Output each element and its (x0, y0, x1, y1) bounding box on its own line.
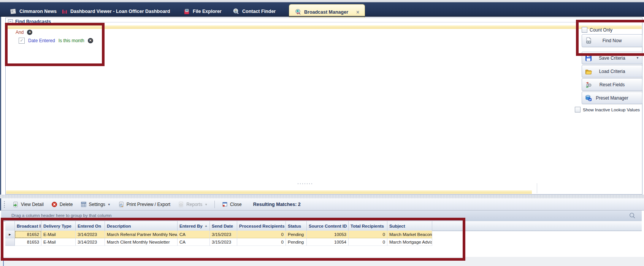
tab-contact-finder[interactable]: Contact Finder (233, 6, 276, 17)
table-cell[interactable]: 0 (349, 231, 387, 238)
table-cell[interactable]: CA (178, 231, 210, 238)
table-cell[interactable]: March Client Monthly Newsletter (105, 238, 178, 246)
toolbar-separator (214, 201, 215, 208)
view-detail-icon (13, 201, 19, 207)
search-icon[interactable] (628, 212, 636, 220)
panel-top-band (6, 25, 642, 29)
column-header-entered-by[interactable]: Entered By▲ (178, 221, 210, 231)
dashboard-chart-icon (61, 8, 68, 15)
column-header-subject[interactable]: Subject (387, 221, 432, 231)
table-cell[interactable]: March Mortgage Advisor (387, 238, 432, 246)
column-header-broadcast-id[interactable]: Broadcast ID (15, 221, 41, 231)
table-cell[interactable]: 3/14/2023 (76, 231, 105, 238)
tab-cimmaron-news[interactable]: Cimmaron News (10, 6, 57, 17)
table-cell[interactable]: E-Mail (41, 238, 76, 246)
table-cell[interactable]: 3/15/2023 (210, 231, 237, 238)
filter-criteria-row: ✓ Date Entered Is this month × (19, 38, 93, 44)
table-cell[interactable]: 3/15/2023 (210, 238, 237, 246)
table-cell[interactable]: CA (178, 238, 210, 246)
group-by-bar[interactable]: Drag a column header here to group by th… (1, 211, 642, 222)
column-header-description[interactable]: Description (105, 221, 178, 231)
count-only-label: Count Only (590, 27, 612, 33)
table-cell[interactable]: 81653 (15, 238, 41, 246)
table-cell[interactable]: 10053 (307, 231, 349, 238)
column-header-entered-on[interactable]: Entered On (76, 221, 105, 231)
column-header-label: Delivery Type (43, 224, 71, 228)
count-only-checkbox[interactable] (582, 27, 587, 33)
toolbar-grip[interactable] (3, 201, 6, 208)
preset-manager-button[interactable]: Preset Manager (582, 92, 642, 104)
add-condition-icon[interactable]: + (27, 30, 32, 35)
save-criteria-dropdown-icon[interactable]: ▼ (636, 56, 639, 60)
groupbox-header: − Find Broadcasts (8, 19, 638, 25)
operator-label[interactable]: And (16, 30, 24, 35)
column-header-delivery-type[interactable]: Delivery Type (41, 221, 76, 231)
tab-broadcast-manager[interactable]: Broadcast Manager × (289, 4, 365, 19)
toolbar-label: Settings (89, 202, 105, 207)
column-header-label: Entered On (78, 224, 101, 228)
grid-header-gutter (5, 221, 15, 231)
bottom-strip (0, 257, 644, 266)
table-cell[interactable]: 10054 (307, 238, 349, 246)
tab-file-explorer[interactable]: File Explorer (183, 6, 222, 17)
table-cell[interactable]: Pending (286, 238, 307, 246)
tab-dashboard-viewer[interactable]: Dashboard Viewer - Loan Officer Dashboar… (61, 6, 170, 17)
show-inactive-row: Show Inactive Lookup Values (575, 107, 640, 112)
grid-header-row: Broadcast IDDelivery TypeEntered OnDescr… (5, 221, 642, 231)
settings-button[interactable]: Settings ▼ (77, 200, 114, 209)
broadcast-search-icon (295, 9, 301, 16)
table-cell[interactable]: March Market Beacon (387, 231, 432, 238)
table-row[interactable]: ►81652E-Mail3/14/2023March Referral Part… (5, 231, 432, 238)
column-header-processed-recipients[interactable]: Processed Recipients (237, 221, 286, 231)
find-now-button[interactable]: Find Now (582, 34, 642, 47)
column-header-total-recipients[interactable]: Total Recipients (349, 221, 387, 231)
reset-fields-button[interactable]: Reset Fields (582, 78, 642, 91)
close-window-icon (222, 201, 228, 207)
save-criteria-button[interactable]: Save Criteria ▼ (582, 52, 642, 64)
column-header-status[interactable]: Status (286, 221, 307, 231)
save-icon (585, 54, 592, 62)
table-cell[interactable]: 0 (349, 238, 387, 246)
bottom-left-border (3, 258, 4, 266)
close-button[interactable]: Close (218, 200, 246, 209)
reports-button[interactable]: Reports ▼ (174, 200, 211, 209)
table-cell[interactable]: 0 (237, 238, 286, 246)
show-inactive-checkbox[interactable] (575, 107, 581, 112)
toolbar-label: View Detail (21, 202, 44, 207)
table-cell[interactable]: March Referral Partner Monthly Newslette… (105, 231, 178, 238)
criteria-condition[interactable]: Is this month (59, 38, 84, 43)
tab-label: Contact Finder (242, 9, 276, 14)
table-cell[interactable]: 81652 (15, 231, 41, 238)
column-header-label: Total Recipients (351, 224, 384, 228)
column-header-label: Send Date (212, 224, 233, 228)
table-cell[interactable]: Pending (286, 231, 307, 238)
tab-label: File Explorer (193, 9, 222, 14)
panel-title: Find Broadcasts (15, 19, 51, 24)
criteria-checkbox[interactable]: ✓ (19, 38, 25, 44)
table-row[interactable]: 81653E-Mail3/14/2023March Client Monthly… (5, 238, 432, 246)
sort-ascending-icon: ▲ (205, 224, 208, 228)
table-cell[interactable]: E-Mail (41, 231, 76, 238)
load-criteria-button[interactable]: Load Criteria (582, 65, 642, 78)
button-label: Find Now (603, 38, 622, 43)
toolbar-label: Delete (60, 202, 73, 207)
button-label: Preset Manager (596, 95, 628, 101)
column-header-send-date[interactable]: Send Date (210, 221, 237, 231)
newspaper-icon (10, 8, 17, 15)
find-broadcasts-panel: − Find Broadcasts And + ✓ Date Entered I… (5, 17, 642, 195)
horizontal-splitter[interactable] (0, 195, 644, 198)
results-toolbar: View Detail Delete Settings ▼ Print Prev… (1, 198, 644, 211)
table-cell[interactable]: 3/14/2023 (76, 238, 105, 246)
tab-label: Cimmaron News (19, 9, 57, 14)
panel-resize-grip[interactable] (297, 183, 314, 185)
delete-button[interactable]: Delete (48, 200, 77, 209)
tab-close-icon[interactable]: × (356, 9, 359, 15)
print-preview-export-button[interactable]: Print Preview / Export (114, 200, 174, 209)
folder-icon (183, 8, 190, 15)
collapse-toggle[interactable]: − (8, 19, 13, 24)
remove-condition-icon[interactable]: × (88, 38, 93, 43)
view-detail-button[interactable]: View Detail (9, 200, 48, 209)
column-header-source-content-id[interactable]: Source Content ID (307, 221, 349, 231)
table-cell[interactable]: 0 (237, 231, 286, 238)
criteria-field[interactable]: Date Entered (28, 38, 55, 43)
